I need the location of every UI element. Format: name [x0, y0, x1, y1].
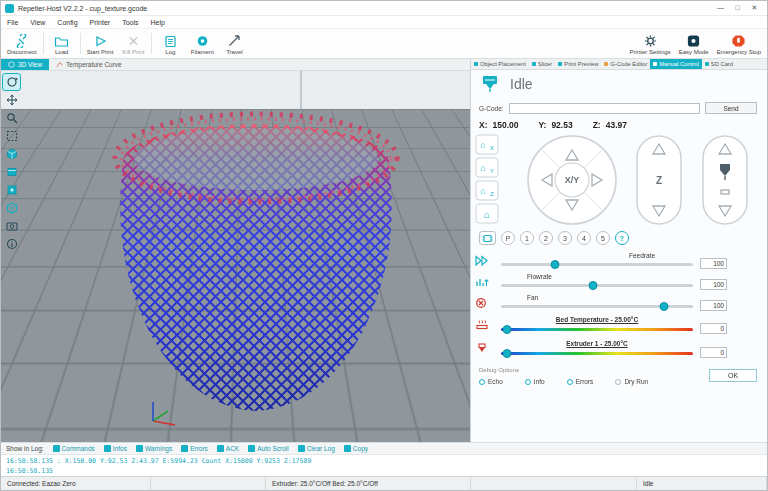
tab-sd-card[interactable]: SD Card [702, 59, 736, 69]
flowrate-slider-thumb[interactable] [589, 281, 598, 290]
filter-warnings[interactable]: Warnings [136, 445, 172, 452]
tab-icon [705, 62, 709, 66]
bed-temp-value[interactable]: 0 [700, 323, 727, 334]
show-filament-button[interactable]: Filament [186, 29, 218, 58]
snapshot-button[interactable] [3, 218, 20, 234]
emergency-stop-button[interactable]: Emergency Stop [713, 29, 765, 58]
close-button[interactable]: ✕ [746, 1, 763, 15]
info-button[interactable] [3, 236, 20, 252]
xy-jog-pad[interactable]: X/Y [528, 136, 616, 224]
tab-object-placement[interactable]: Object Placement [471, 59, 529, 69]
flowrate-value[interactable]: 100 [700, 279, 727, 290]
feedrate-value[interactable]: 100 [700, 258, 727, 269]
feedrate-slider-thumb[interactable] [550, 260, 559, 269]
info-toggle[interactable]: Info [525, 378, 545, 385]
tab-icon [474, 62, 478, 66]
errors-toggle[interactable]: Errors [567, 378, 594, 385]
3d-viewport[interactable] [1, 71, 470, 442]
disconnect-icon [14, 34, 29, 48]
filter-infos[interactable]: Infos [104, 445, 127, 452]
preset-1-button[interactable]: 1 [520, 231, 534, 245]
main-toolbar: Disconnect Load Start Print Kill Print L… [1, 29, 767, 59]
toggle-log-button[interactable]: Log [154, 29, 186, 58]
flowrate-slider[interactable] [501, 284, 693, 287]
menu-tools[interactable]: Tools [116, 19, 144, 26]
x-label: X: [479, 120, 488, 130]
park-button[interactable]: P [501, 231, 515, 245]
preset-2-button[interactable]: 2 [539, 231, 553, 245]
menu-view[interactable]: View [24, 19, 51, 26]
help-button[interactable]: ? [615, 231, 629, 245]
menu-config[interactable]: Config [51, 19, 83, 26]
extruder-temp-label[interactable]: Extruder 1 - 25.00°C [501, 340, 693, 347]
extruder-temp-slider-thumb[interactable] [502, 349, 511, 358]
app-window: Repetier-Host V2.2.2 - cup_texture.gcode… [0, 0, 768, 491]
preset-4-button[interactable]: 4 [577, 231, 591, 245]
load-button[interactable]: Load [46, 29, 78, 58]
copy-log-button[interactable]: Copy [344, 445, 368, 452]
printer-status-text: Idle [510, 76, 533, 92]
feedrate-label: Feedrate [629, 252, 655, 259]
home-y-button[interactable]: ⌂ Y [476, 158, 498, 177]
home-x-button[interactable]: ⌂ X [476, 135, 498, 154]
printer-settings-button[interactable]: Printer Settings [626, 29, 675, 58]
home-z-button[interactable]: ⌂ Z [476, 181, 498, 200]
side-view-button[interactable] [3, 200, 20, 216]
extruder-jog-control[interactable] [703, 136, 747, 224]
extruder-temp-slider[interactable] [501, 352, 693, 355]
clear-log-button[interactable]: Clear Log [298, 445, 335, 452]
filter-commands[interactable]: Commands [53, 445, 95, 452]
tab-slicer[interactable]: Slicer [529, 59, 556, 69]
preset-5-button[interactable]: 5 [596, 231, 610, 245]
maximize-button[interactable]: □ [729, 1, 746, 15]
fan-slider[interactable] [501, 305, 693, 308]
extruder-temp-value[interactable]: 0 [700, 347, 727, 358]
tab-3d-view[interactable]: 3D View [1, 59, 49, 70]
filter-errors[interactable]: Errors [181, 445, 208, 452]
menu-file[interactable]: File [1, 19, 24, 26]
fan-slider-thumb[interactable] [660, 302, 669, 311]
bed-temp-slider[interactable] [501, 328, 693, 331]
auto-scroll-toggle[interactable]: Auto Scroll [248, 445, 288, 452]
z-jog-control[interactable]: Z [637, 136, 681, 224]
disconnect-button[interactable]: Disconnect [3, 29, 41, 58]
minimize-button[interactable]: — [712, 1, 729, 15]
home-all-button[interactable]: ⌂ [476, 204, 498, 223]
travel-icon [227, 34, 242, 48]
tab-manual-control[interactable]: Manual Control [650, 59, 701, 69]
top-view-button[interactable] [3, 182, 20, 198]
filter-ack[interactable]: ACK [217, 445, 239, 452]
bed-temp-label[interactable]: Bed Temperature - 25.00°C [501, 316, 693, 323]
feedrate-slider[interactable] [501, 263, 693, 266]
log-output[interactable]: 16:50:58.135 : X:150.00 Y:92.53 Z:43.97 … [1, 454, 767, 476]
gcode-input[interactable] [509, 103, 700, 114]
z-value: 43.97 [606, 120, 627, 130]
echo-toggle[interactable]: Echo [479, 378, 503, 385]
menu-help[interactable]: Help [145, 19, 171, 26]
tab-icon [532, 62, 536, 66]
fan-label: Fan [527, 294, 538, 301]
tab-print-preview[interactable]: Print Preview [555, 59, 601, 69]
move-view-button[interactable] [3, 92, 20, 108]
motors-off-button[interactable] [479, 231, 496, 245]
tab-temperature-curve[interactable]: Temperature Curve [49, 59, 129, 70]
isometric-view-button[interactable] [3, 146, 20, 162]
ok-button[interactable]: OK [709, 369, 757, 382]
start-print-button[interactable]: Start Print [83, 29, 118, 58]
menu-printer[interactable]: Printer [84, 19, 117, 26]
zoom-view-button[interactable] [3, 110, 20, 126]
send-button[interactable]: Send [705, 102, 757, 114]
front-view-button[interactable] [3, 164, 20, 180]
easy-mode-button[interactable]: Easy Mode [675, 29, 713, 58]
bed-temp-slider-thumb[interactable] [502, 325, 511, 334]
jog-cluster: ⌂ X ⌂ Y ⌂ Z [475, 134, 763, 230]
tab-gcode-editor[interactable]: G-Code Editor [601, 59, 650, 69]
show-in-log-label: Show in Log: [6, 445, 44, 452]
show-travel-button[interactable]: Travel [218, 29, 250, 58]
rotate-view-button[interactable] [3, 74, 20, 90]
dry-run-toggle[interactable]: Dry Run [615, 378, 648, 385]
fit-view-button[interactable] [3, 128, 20, 144]
kill-print-button[interactable]: Kill Print [117, 29, 149, 58]
fan-value[interactable]: 100 [700, 300, 727, 311]
preset-3-button[interactable]: 3 [558, 231, 572, 245]
